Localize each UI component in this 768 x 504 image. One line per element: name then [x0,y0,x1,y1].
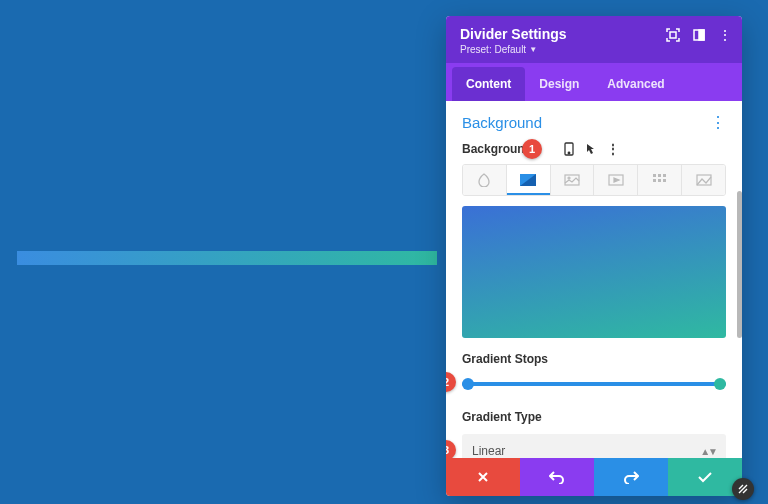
section-title: Background [462,114,542,131]
section-header: Background ⋮ [462,113,726,132]
bgtab-mask[interactable] [682,165,725,195]
svg-rect-0 [670,32,676,38]
more-icon[interactable]: ⋮ [718,28,732,42]
field-more-icon[interactable]: ⋮ [606,142,620,156]
tab-content[interactable]: Content [452,67,525,101]
tab-advanced[interactable]: Advanced [593,67,678,101]
section-menu-icon[interactable]: ⋮ [710,113,726,132]
panel-footer [446,458,742,496]
bgtab-color[interactable] [463,165,507,195]
undo-button[interactable] [520,458,594,496]
preset-selector[interactable]: Preset: Default ▼ [460,44,728,55]
gradient-type-select[interactable]: Linear ▲▼ [462,434,726,458]
svg-rect-13 [658,179,661,182]
svg-rect-14 [663,179,666,182]
resize-handle[interactable] [732,478,754,500]
background-field-row: Background 1 ⋮ [462,142,726,156]
callout-3: 3 [446,440,456,458]
svg-point-4 [568,152,570,154]
svg-rect-2 [699,30,704,40]
bgtab-video[interactable] [594,165,638,195]
gradient-stops-slider[interactable] [462,376,726,392]
slider-fill [462,382,726,386]
redo-button[interactable] [594,458,668,496]
bgtab-image[interactable] [551,165,595,195]
gradient-type-label: Gradient Type [462,410,726,424]
chevron-down-icon: ▼ [529,45,537,54]
save-button[interactable] [668,458,742,496]
gradient-stop-end[interactable] [714,378,726,390]
settings-panel: Divider Settings Preset: Default ▼ ⋮ Con… [446,16,742,496]
svg-point-7 [568,177,570,179]
bgtab-pattern[interactable] [638,165,682,195]
canvas-divider-preview [17,251,437,265]
preset-label: Preset: Default [460,44,526,55]
scrollbar[interactable] [737,191,742,338]
select-arrows-icon: ▲▼ [700,446,716,457]
svg-rect-9 [653,174,656,177]
panel-body: Background ⋮ Background 1 ⋮ [446,101,742,458]
callout-1: 1 [522,139,542,159]
phone-icon[interactable] [562,142,576,156]
gradient-preview [462,206,726,338]
bgtab-gradient[interactable] [507,165,551,195]
svg-rect-6 [565,175,579,185]
panel-header: Divider Settings Preset: Default ▼ ⋮ [446,16,742,63]
tabs: Content Design Advanced [446,63,742,101]
background-type-tabs [462,164,726,196]
expand-icon[interactable] [666,28,680,42]
header-actions: ⋮ [666,28,732,42]
hover-icon[interactable] [584,142,598,156]
gradient-stop-start[interactable] [462,378,474,390]
gradient-type-value: Linear [472,444,505,458]
snap-icon[interactable] [692,28,706,42]
cancel-button[interactable] [446,458,520,496]
svg-rect-12 [653,179,656,182]
callout-2: 2 [446,372,456,392]
gradient-stops-label: Gradient Stops [462,352,726,366]
svg-rect-11 [663,174,666,177]
svg-rect-10 [658,174,661,177]
tab-design[interactable]: Design [525,67,593,101]
